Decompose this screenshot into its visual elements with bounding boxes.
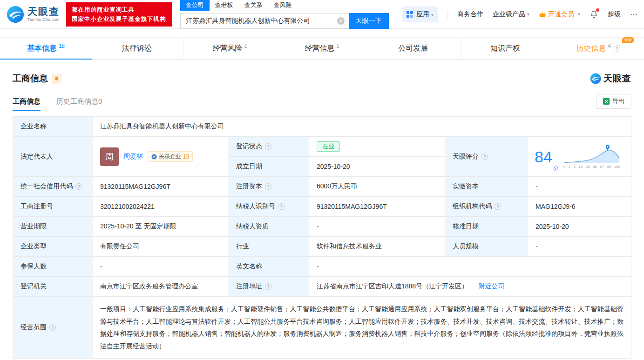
tab-legal-proceedings[interactable]: 法律诉讼 [92,38,184,59]
tab-company-development[interactable]: 公司发展 [368,38,460,59]
menu-enterprise-products[interactable]: 企业级产品 [493,10,529,19]
tianyancha-logo[interactable]: 天眼查 TianYanCha.com [7,6,60,23]
field-value-industry: 软件和信息技术服务业 [309,237,445,257]
excel-icon [603,98,610,105]
field-value-company-type: 有限责任公司 [93,237,229,257]
tab-label: 经营风险 [212,44,242,53]
legal-rep-avatar[interactable]: 周 [100,147,119,166]
help-icon[interactable] [495,203,501,210]
search-button[interactable]: 天眼一下 [349,13,389,29]
export-button[interactable]: 导出 [596,94,631,109]
tab-basic-info[interactable]: 基本信息18 [0,38,92,59]
help-icon[interactable] [481,153,488,160]
more-menu-icon[interactable]: ⋯ [630,10,637,19]
field-value-english-name: - [309,257,631,277]
field-label-legal-representative: 法定代表人 [13,137,93,177]
field-value-registration-number: 320121002024221 [93,197,229,217]
main-content: 工商信息 天眼查 工商信息 历史工商信息0 导出 企业名称 江苏鼎汇具身智能机器… [0,73,644,359]
field-label-company-type: 企业类型 [13,237,93,257]
search-tab-company[interactable]: 查公司 [180,0,210,11]
header-menu: 应用 商务合作 企业级产品 开通会员 超级 ⋯ [402,7,637,22]
tab-label: 知识产权 [490,44,520,53]
help-icon[interactable] [265,143,271,150]
brand-name: 天眼查 [27,6,60,17]
search-tab-risk[interactable]: 查风险 [268,0,298,11]
notification-bell-icon[interactable] [590,10,598,19]
section-title: 工商信息 [13,73,48,85]
menu-business-cooperation[interactable]: 商务合作 [457,10,483,19]
field-value-registration-authority: 南京市江宁区政务服务管理办公室 [93,277,229,297]
related-count: 15 [183,153,189,160]
field-label-taxpayer-quality: 纳税人资质 [229,217,309,237]
top-header: 天眼查 TianYanCha.com 都在用的商业查询工具 国家中小企业发展子基… [0,0,644,29]
apps-menu[interactable]: 应用 [402,7,438,22]
field-value-registration-status: 在业 [309,137,445,157]
legal-rep-name-link[interactable]: 周爱林 [123,153,143,161]
status-badge: 在业 [317,141,340,152]
field-label-staff-size: 人员规模 [445,237,528,257]
field-value-org-code: MAG12GJ9-6 [528,197,631,217]
tab-count: 1 [336,43,339,49]
promo-line1: 都在用的商业查询工具 [72,5,166,14]
field-label-registered-capital: 注册资本 [229,177,309,197]
promo-badge: 都在用的商业查询工具 国家中小企业发展子基金旗下机构 [66,2,172,27]
field-label-registered-address: 注册地址 [229,277,309,297]
subtab-history-registration[interactable]: 历史工商信息0 [56,97,102,111]
menu-open-vip[interactable]: 开通会员 [539,10,580,19]
help-icon[interactable] [49,324,56,331]
field-value-tianyan-score: 84 分 0131555859799100 [528,137,631,177]
search-input[interactable] [180,13,349,29]
search-tab-relation[interactable]: 查关系 [239,0,268,11]
field-label-paid-capital: 实缴资本 [445,177,528,197]
apps-grid-icon [407,11,413,18]
tab-count: 4 [608,43,611,49]
field-value-registered-capital: 6000万人民币 [309,177,445,197]
clear-search-icon[interactable] [337,17,345,25]
vip-badge: VIP [622,37,634,43]
tab-history-info[interactable]: 历史信息 4 VIP [552,38,644,59]
tab-count: 1 [244,43,247,49]
field-label-establish-date: 成立日期 [229,157,309,177]
tab-label: 法律诉讼 [122,44,152,53]
related-companies-tag[interactable]: 关联企业 15 [148,151,193,162]
field-value-registered-address: 江苏省南京市江宁区吉印大道1888号（江宁开发区） 附近公司 [309,277,631,297]
field-value-business-term: 2025-10-20 至 无固定期限 [93,217,229,237]
subtabs: 工商信息 历史工商信息0 导出 [13,94,631,111]
field-value-company-name: 江苏鼎汇具身智能机器人创新中心有限公司 [93,117,631,137]
subtab-business-registration[interactable]: 工商信息 [13,97,41,111]
help-icon[interactable] [614,45,620,52]
tab-operational-risk[interactable]: 经营风险1 [183,38,276,59]
field-label-org-code: 组织机构代码 [445,197,528,217]
help-icon[interactable] [278,203,285,210]
field-value-taxpayer-id: 91320115MAG12GJ96T [309,197,445,217]
field-label-business-scope: 经营范围 [13,297,93,358]
field-value-staff-size: - [528,237,631,257]
search-tab-boss[interactable]: 查老板 [210,0,239,11]
export-label: 导出 [612,97,624,106]
tab-label: 公司发展 [398,44,428,53]
tab-label: 历史信息 [576,44,606,53]
menu-super-vip[interactable]: 超级 [608,10,621,19]
help-icon[interactable] [265,183,271,190]
field-label-tianyan-score: 天眼评分 [445,137,528,177]
field-value-establish-date: 2025-10-20 [309,157,445,177]
help-icon[interactable] [75,183,82,190]
section-watermark: 天眼查 [590,73,631,85]
tab-business-info[interactable]: 经营信息1 [276,38,368,59]
field-label-english-name: 英文名称 [229,257,309,277]
help-icon[interactable] [265,283,271,290]
tianyancha-watermark-icon [590,73,601,84]
apps-menu-label: 应用 [416,10,434,19]
brand-domain: TianYanCha.com [27,18,60,22]
open-vip-label: 开通会员 [548,10,574,19]
crown-icon [539,11,546,18]
tab-intellectual-property[interactable]: 知识产权 [460,38,552,59]
tab-count: 18 [59,43,65,49]
monitor-bell-icon[interactable] [52,74,61,84]
field-label-approval-date: 核准日期 [445,217,528,237]
nearby-companies-link[interactable]: 附近公司 [478,282,504,291]
field-label-company-name: 企业名称 [13,117,93,137]
field-label-registration-number: 工商注册号 [13,197,93,217]
tab-label: 基本信息 [27,44,57,53]
field-value-legal-representative: 周 周爱林 关联企业 15 [93,137,229,177]
